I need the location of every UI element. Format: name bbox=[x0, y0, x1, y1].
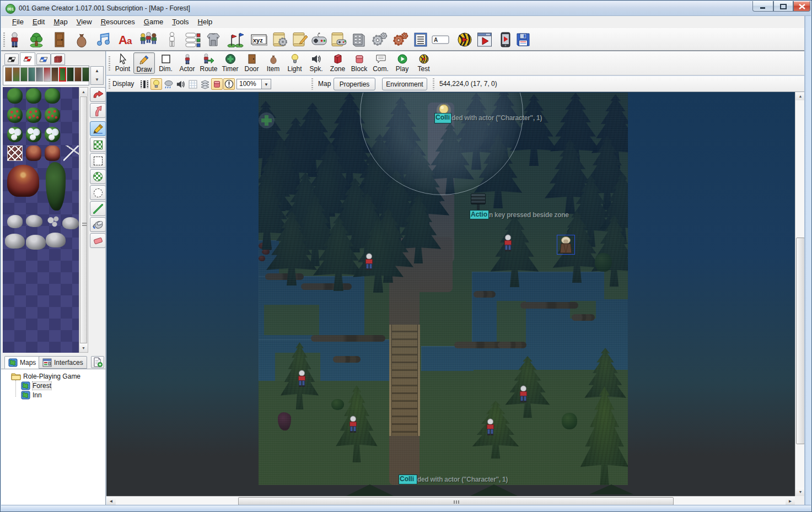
gears-grey-icon[interactable] bbox=[370, 31, 388, 48]
palette-tile-berry[interactable] bbox=[7, 107, 23, 123]
map-tool-draw[interactable]: Draw bbox=[133, 52, 155, 74]
scroll-up-icon[interactable]: ▲ bbox=[79, 88, 88, 96]
map-tool-timer[interactable]: Timer bbox=[219, 52, 241, 74]
palette-tile-boulder[interactable] bbox=[46, 233, 66, 247]
xyz-icon[interactable]: xyz bbox=[250, 31, 268, 48]
tileset-thumb[interactable] bbox=[20, 67, 28, 82]
menu-map[interactable]: Map bbox=[49, 17, 72, 28]
maximize-button[interactable] bbox=[773, 1, 793, 12]
palette-scroll-thumb[interactable] bbox=[80, 96, 87, 343]
tileset-thumb[interactable] bbox=[59, 67, 66, 82]
menu-help[interactable]: Help bbox=[193, 17, 217, 28]
menu-view[interactable]: View bbox=[72, 17, 96, 28]
palette-tile-rock2[interactable] bbox=[26, 215, 42, 227]
palette-tile-bush[interactable] bbox=[45, 88, 60, 104]
palette-tile-bush[interactable] bbox=[7, 88, 23, 104]
armor-icon[interactable] bbox=[205, 31, 222, 48]
tool-checker-sq[interactable] bbox=[90, 137, 106, 152]
map-tool-block[interactable]: Block bbox=[348, 52, 370, 74]
textfield-icon[interactable]: A bbox=[432, 31, 449, 48]
map-viewport[interactable]: Collided with actor ("Character", 1)Acti… bbox=[259, 93, 628, 485]
toolbar-grip[interactable] bbox=[109, 56, 110, 71]
music-icon[interactable] bbox=[95, 31, 112, 48]
tool-redo[interactable] bbox=[90, 87, 106, 102]
tree-icon[interactable] bbox=[28, 31, 45, 48]
tool-dash-sq[interactable] bbox=[90, 153, 106, 168]
zoom-dropdown-icon[interactable]: ▼ bbox=[262, 79, 271, 89]
toolbar-grip[interactable] bbox=[3, 33, 5, 47]
tileset-thumb[interactable] bbox=[5, 67, 12, 82]
palette-tile-boulder[interactable] bbox=[26, 235, 46, 250]
tab-layer-current[interactable] bbox=[20, 52, 35, 66]
grid-icon[interactable] bbox=[187, 78, 198, 90]
up-arrow-icon[interactable]: ▲ bbox=[91, 67, 103, 76]
phone-play-icon[interactable] bbox=[497, 31, 514, 48]
tile-palette[interactable] bbox=[3, 87, 79, 353]
tab-maps[interactable]: Maps bbox=[4, 356, 40, 369]
menu-edit[interactable]: Edit bbox=[28, 17, 49, 28]
palette-tile-berry[interactable] bbox=[45, 107, 60, 123]
palette-tile-stump[interactable] bbox=[26, 145, 41, 161]
map-tool-actor[interactable]: Actor bbox=[176, 52, 198, 74]
map-tool-dim[interactable]: Dim. bbox=[155, 52, 176, 74]
add-light-button[interactable] bbox=[259, 112, 275, 128]
scroll-left-icon[interactable]: ◄ bbox=[106, 497, 116, 505]
title-bar[interactable]: 001 001 Game Creator 1.017.001 Subscript… bbox=[1, 1, 811, 16]
layers-icon[interactable] bbox=[199, 78, 211, 90]
tool-pencil[interactable] bbox=[90, 121, 106, 136]
minimize-button[interactable] bbox=[752, 1, 773, 12]
map-tool-door[interactable]: Door bbox=[241, 52, 262, 74]
tileset-thumb[interactable] bbox=[51, 67, 58, 82]
h-scroll-thumb[interactable] bbox=[238, 497, 674, 505]
map-tool-point[interactable]: Point bbox=[112, 52, 133, 74]
tileset-thumb[interactable] bbox=[67, 67, 74, 82]
zoom-value[interactable]: 100% bbox=[236, 79, 262, 89]
film-icon[interactable] bbox=[138, 78, 150, 90]
scroll-right-icon[interactable]: ► bbox=[786, 497, 795, 505]
palette-tile-bush[interactable] bbox=[26, 88, 41, 104]
palette-tile-snow[interactable] bbox=[7, 127, 23, 142]
tool-dash-ci[interactable] bbox=[90, 185, 106, 200]
script-gear-icon[interactable] bbox=[271, 31, 289, 48]
environment-button[interactable]: Environment bbox=[382, 78, 427, 90]
script-edit-icon[interactable] bbox=[291, 31, 309, 48]
speaker-d-icon[interactable] bbox=[175, 78, 186, 90]
close-button[interactable] bbox=[793, 1, 810, 12]
sack-icon[interactable] bbox=[73, 31, 90, 48]
script-pad-icon[interactable] bbox=[330, 31, 347, 48]
body-icon[interactable] bbox=[163, 31, 181, 48]
palette-tile-cactus[interactable] bbox=[46, 162, 66, 211]
tileset-strip-scroll[interactable]: ▲▼ bbox=[90, 66, 104, 85]
palette-tile-bigstump[interactable] bbox=[7, 165, 39, 197]
palette-tile-rock2[interactable] bbox=[62, 217, 79, 229]
actor-icon[interactable] bbox=[6, 31, 23, 48]
project-tree[interactable]: Role-Playing GameForestInn bbox=[1, 369, 105, 505]
menu-file[interactable]: File bbox=[8, 17, 28, 28]
table-icon[interactable] bbox=[184, 31, 202, 48]
block-d-icon[interactable] bbox=[211, 78, 223, 90]
map-tool-test[interactable]: Test bbox=[413, 52, 434, 74]
sphere-icon[interactable] bbox=[456, 31, 474, 48]
palette-tile-branch[interactable] bbox=[63, 145, 79, 161]
bulb-d-icon[interactable] bbox=[150, 78, 162, 90]
palette-tile-berry[interactable] bbox=[26, 107, 41, 123]
party-icon[interactable] bbox=[139, 31, 157, 48]
tileset-thumb[interactable] bbox=[13, 67, 20, 82]
tileset-thumb[interactable] bbox=[36, 67, 43, 82]
tab-layer-lower[interactable] bbox=[4, 53, 19, 65]
palette-tile-pebbles[interactable] bbox=[47, 215, 62, 228]
character-sprite[interactable] bbox=[297, 370, 306, 390]
character-sprite[interactable] bbox=[503, 234, 513, 254]
new-map-button[interactable] bbox=[91, 356, 104, 368]
flags-icon[interactable] bbox=[227, 31, 244, 48]
tileset-strip[interactable] bbox=[3, 66, 89, 85]
tool-eraser[interactable] bbox=[90, 233, 106, 248]
save-icon[interactable] bbox=[514, 31, 532, 48]
rain-icon[interactable] bbox=[163, 78, 174, 90]
tileset-thumb[interactable] bbox=[28, 67, 35, 82]
tab-layer-blocks[interactable] bbox=[51, 53, 65, 65]
map-tool-light[interactable]: Light bbox=[284, 52, 305, 74]
tool-bucket[interactable] bbox=[90, 217, 106, 232]
palette-tile-snow[interactable] bbox=[45, 127, 60, 142]
doc-icon[interactable] bbox=[412, 31, 429, 48]
